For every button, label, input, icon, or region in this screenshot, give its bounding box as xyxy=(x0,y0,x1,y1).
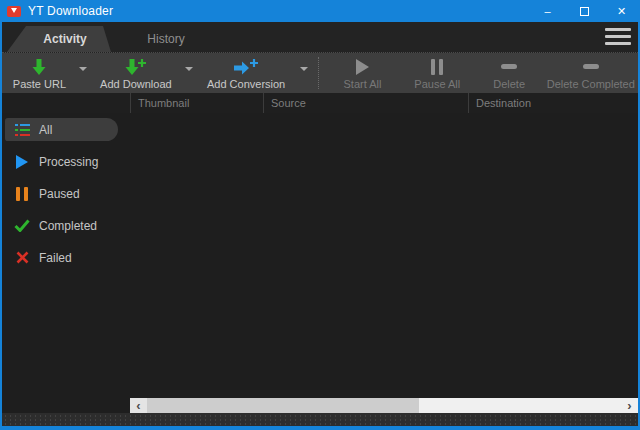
column-header-destination[interactable]: Destination xyxy=(468,93,638,113)
sidebar-item-label: Completed xyxy=(39,219,97,233)
chevron-down-icon xyxy=(185,67,193,71)
window-body: Activity History Paste URL xyxy=(2,22,638,426)
sidebar-item-label: Processing xyxy=(39,155,98,169)
maximize-button[interactable] xyxy=(566,0,603,22)
add-download-button[interactable]: Add Download xyxy=(92,53,181,93)
pause-all-button[interactable]: Pause All xyxy=(400,53,475,93)
column-header-thumbnail[interactable]: Thumbnail xyxy=(130,93,263,113)
sidebar-item-label: Failed xyxy=(39,251,72,265)
delete-completed-icon xyxy=(583,57,599,77)
chevron-down-icon xyxy=(79,67,87,71)
sidebar-item-all[interactable]: All xyxy=(5,118,118,141)
delete-icon xyxy=(501,57,517,77)
sidebar-item-completed[interactable]: Completed xyxy=(5,214,125,237)
download-list-area: All Processing Paused Completed xyxy=(2,113,638,413)
scrollbar-thumb[interactable] xyxy=(147,398,419,413)
title-bar: YT Downloader – ✕ xyxy=(0,0,640,22)
maximize-icon xyxy=(580,7,589,16)
delete-completed-button[interactable]: Delete Completed xyxy=(544,53,638,93)
app-logo-icon xyxy=(7,6,21,17)
sidebar-item-paused[interactable]: Paused xyxy=(5,182,125,205)
horizontal-scrollbar[interactable]: ‹ › xyxy=(130,398,638,413)
play-icon xyxy=(14,155,30,169)
add-download-dropdown[interactable] xyxy=(180,53,197,93)
all-list-icon xyxy=(14,123,30,137)
check-icon xyxy=(14,219,30,233)
window-title: YT Downloader xyxy=(28,4,113,18)
add-download-icon xyxy=(125,57,147,77)
scroll-right-icon[interactable]: › xyxy=(621,398,638,413)
paste-url-icon xyxy=(31,57,47,77)
sidebar-item-processing[interactable]: Processing xyxy=(5,150,125,173)
scroll-left-icon[interactable]: ‹ xyxy=(130,398,147,413)
menu-hamburger-icon[interactable] xyxy=(605,28,631,45)
paste-url-dropdown[interactable] xyxy=(75,53,92,93)
app-window: YT Downloader – ✕ Activity History Paste… xyxy=(0,0,640,430)
x-icon xyxy=(14,251,30,265)
delete-button[interactable]: Delete xyxy=(475,53,544,93)
start-all-icon xyxy=(355,57,370,77)
window-controls: – ✕ xyxy=(529,0,640,22)
sidebar-item-label: All xyxy=(39,123,52,137)
close-button[interactable]: ✕ xyxy=(603,0,640,22)
pause-icon xyxy=(14,187,30,201)
column-header-source[interactable]: Source xyxy=(263,93,468,113)
sidebar-item-label: Paused xyxy=(39,187,80,201)
tab-activity[interactable]: Activity xyxy=(7,26,111,52)
toolbar-separator xyxy=(318,57,319,89)
toolbar: Paste URL Add Download xyxy=(2,53,638,93)
paste-url-button[interactable]: Paste URL xyxy=(4,53,75,93)
table-header: Thumbnail Source Destination xyxy=(2,93,638,113)
pause-all-icon xyxy=(431,57,444,77)
chevron-down-icon xyxy=(300,67,308,71)
add-conversion-button[interactable]: Add Conversion xyxy=(197,53,295,93)
tab-strip: Activity History xyxy=(2,22,638,53)
start-all-button[interactable]: Start All xyxy=(325,53,400,93)
minimize-button[interactable]: – xyxy=(529,0,566,22)
sidebar-item-failed[interactable]: Failed xyxy=(5,246,125,269)
status-bar xyxy=(2,413,638,426)
add-conversion-dropdown[interactable] xyxy=(295,53,312,93)
tab-history[interactable]: History xyxy=(114,26,218,52)
add-conversion-icon xyxy=(233,57,259,77)
